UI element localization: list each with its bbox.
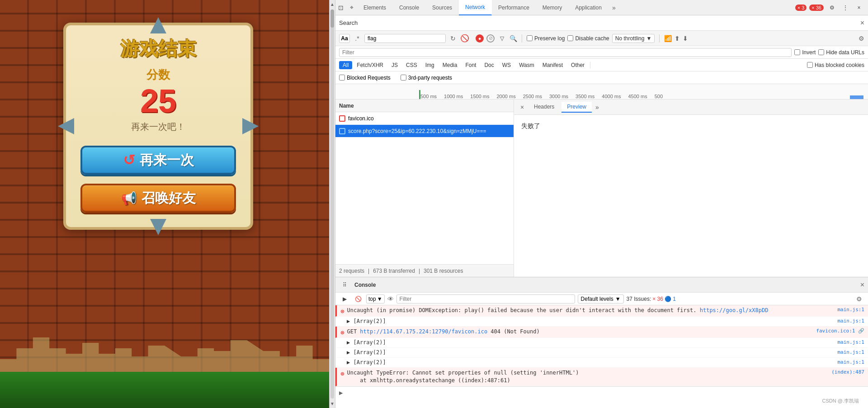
console-drag-icon[interactable]: ⠿ — [339, 280, 350, 290]
levels-dropdown[interactable]: Default levels ▼ — [578, 294, 624, 304]
type-tab-ws[interactable]: WS — [499, 61, 514, 69]
clear-log-icon[interactable]: ⊘ — [486, 34, 495, 43]
refresh-search-icon[interactable]: ↻ — [448, 34, 458, 43]
error-badge-2[interactable]: × 36 — [809, 5, 824, 11]
wifi-icon[interactable]: 📶 — [664, 35, 672, 42]
disable-cache-checkbox[interactable]: Disable cache — [567, 35, 609, 42]
device-toggle-icon[interactable]: ⊡ — [335, 2, 346, 13]
scrollbar-divider[interactable]: ▲ ▼ — [329, 0, 335, 408]
scroll-down-arrow[interactable]: ▼ — [330, 401, 335, 406]
more-tabs-icon[interactable]: » — [609, 2, 619, 13]
tab-application[interactable]: Application — [569, 0, 609, 15]
error-icon-1: ⊗ — [340, 308, 344, 315]
console-array-3[interactable]: ▶ [Array(2)] — [343, 349, 386, 356]
third-party-checkbox[interactable]: 3rd-party requests — [401, 75, 452, 81]
error-link-1[interactable]: https://goo.gl/xX8pDD — [700, 307, 769, 313]
close-devtools-icon[interactable]: × — [854, 2, 864, 13]
console-filter-bar: ▶ 🚫 top ▼ 👁 Default levels ▼ 37 Issues: … — [335, 293, 868, 305]
console-log[interactable]: ⊗ Uncaught (in promise) DOMException: pl… — [335, 305, 868, 408]
console-source-7[interactable]: (index):487 — [831, 369, 864, 375]
console-msg-3: GET http://114.67.175.224:12790/favicon.… — [347, 328, 813, 336]
console-array-4[interactable]: ▶ [Array(2)] — [343, 359, 386, 365]
search-network-icon[interactable]: 🔍 — [509, 35, 517, 42]
type-tab-all[interactable]: All — [339, 61, 352, 69]
console-array-2[interactable]: ▶ [Array(2)] — [343, 339, 386, 346]
game-over-card: 游戏结束 分数 25 再来一次吧！ ↺ 再来一次 📢 召唤好友 — [63, 23, 253, 230]
tab-network[interactable]: Network — [459, 0, 492, 15]
console-close-btn[interactable]: × — [860, 281, 864, 289]
issues-blue-count: 🔵 1 — [665, 296, 676, 302]
console-input[interactable] — [345, 389, 864, 396]
invite-button[interactable]: 📢 召唤好友 — [80, 184, 236, 213]
type-tab-fetch[interactable]: Fetch/XHR — [353, 61, 387, 69]
clear-console-icon[interactable]: 🚫 — [353, 294, 363, 304]
filter-row: Invert Hide data URLs — [335, 46, 868, 59]
tab-sources[interactable]: Sources — [426, 0, 459, 15]
console-entry-array-2: ▶ [Array(2)] main.js:1 — [335, 338, 868, 348]
tab-headers[interactable]: Headers — [528, 102, 560, 113]
hide-data-urls-checkbox[interactable]: Hide data URLs — [818, 49, 864, 56]
retry-button[interactable]: ↺ 再来一次 — [80, 146, 236, 175]
type-filter-row: All Fetch/XHR JS CSS Img Media Font Doc … — [335, 59, 868, 71]
blocked-requests-checkbox[interactable]: Blocked Requests — [339, 75, 391, 81]
settings-icon[interactable]: ⚙ — [826, 2, 837, 13]
filter-input[interactable] — [339, 48, 792, 57]
console-source-2[interactable]: main.js:1 — [837, 318, 864, 324]
search-input[interactable] — [364, 34, 446, 43]
inspect-icon[interactable]: ⌖ — [346, 2, 357, 13]
clear-search-icon[interactable]: 🚫 — [460, 34, 469, 43]
issues-red-count: × 36 — [652, 296, 663, 302]
type-tab-font[interactable]: Font — [462, 61, 480, 69]
console-entry-array-3: ▶ [Array(2)] main.js:1 — [335, 348, 868, 358]
tab-memory[interactable]: Memory — [536, 0, 569, 15]
more-options-icon[interactable]: ⋮ — [840, 2, 851, 13]
tab-console[interactable]: Console — [393, 0, 426, 15]
filter-icon[interactable]: ▽ — [497, 34, 507, 43]
console-filter-input[interactable] — [396, 294, 575, 304]
export-icon[interactable]: ⬇ — [683, 35, 688, 42]
type-tab-media[interactable]: Media — [439, 61, 461, 69]
error-badge-1[interactable]: × 3 — [795, 5, 807, 11]
type-tab-js[interactable]: JS — [388, 61, 401, 69]
context-select[interactable]: top ▼ — [366, 294, 385, 304]
type-tab-css[interactable]: CSS — [402, 61, 421, 69]
csdn-footer: CSDN @.李凯瑞 — [822, 398, 859, 404]
console-source-1[interactable]: main.js:1 — [837, 307, 864, 313]
scroll-up-arrow[interactable]: ▲ — [330, 2, 335, 7]
preserve-log-checkbox[interactable]: Preserve log — [527, 35, 565, 42]
tab-preview[interactable]: Preview — [561, 102, 592, 113]
request-item-score[interactable]: score.php?score=25&ip=60.222.230.10&sign… — [335, 125, 514, 138]
type-divider — [590, 62, 590, 68]
type-tab-other[interactable]: Other — [567, 61, 588, 69]
error-icon-2: ⊗ — [340, 329, 344, 336]
execute-icon[interactable]: ▶ — [339, 294, 350, 304]
scroll-thumb[interactable] — [330, 9, 334, 28]
case-sensitive-btn[interactable]: Aa — [339, 34, 350, 43]
search-close-icon[interactable]: × — [860, 19, 864, 27]
console-settings-icon[interactable]: ⚙ — [854, 294, 864, 304]
import-icon[interactable]: ⬆ — [675, 35, 680, 42]
has-blocked-checkbox[interactable]: Has blocked cookies — [807, 62, 864, 68]
preview-close-btn[interactable]: × — [518, 103, 527, 112]
tab-performance[interactable]: Performance — [492, 0, 536, 15]
console-source-3[interactable]: favicon.ico:1 🔗 — [816, 328, 864, 334]
invert-checkbox[interactable]: Invert — [794, 49, 816, 56]
console-source-6[interactable]: main.js:1 — [837, 359, 864, 365]
console-array-1[interactable]: ▶ [Array(2)] — [343, 318, 386, 324]
more-preview-tabs-icon[interactable]: » — [595, 104, 599, 111]
eye-icon[interactable]: 👁 — [387, 295, 394, 303]
console-source-5[interactable]: main.js:1 — [837, 349, 864, 355]
settings-network-icon[interactable]: ⚙ — [859, 35, 864, 42]
type-tab-doc[interactable]: Doc — [481, 61, 497, 69]
regex-btn[interactable]: .* — [353, 34, 362, 43]
throttle-dropdown[interactable]: No throttling ▼ — [612, 34, 655, 43]
request-item-favicon[interactable]: favicon.ico — [335, 112, 514, 125]
type-tab-manifest[interactable]: Manifest — [539, 61, 566, 69]
record-button[interactable]: ● — [476, 34, 484, 43]
timeline-green-marker — [419, 90, 420, 99]
tab-elements[interactable]: Elements — [357, 0, 393, 15]
console-source-4[interactable]: main.js:1 — [837, 339, 864, 345]
type-tab-img[interactable]: Img — [422, 61, 438, 69]
error-link-2[interactable]: http://114.67.175.224:12790/favicon.ico — [360, 328, 487, 335]
type-tab-wasm[interactable]: Wasm — [515, 61, 538, 69]
